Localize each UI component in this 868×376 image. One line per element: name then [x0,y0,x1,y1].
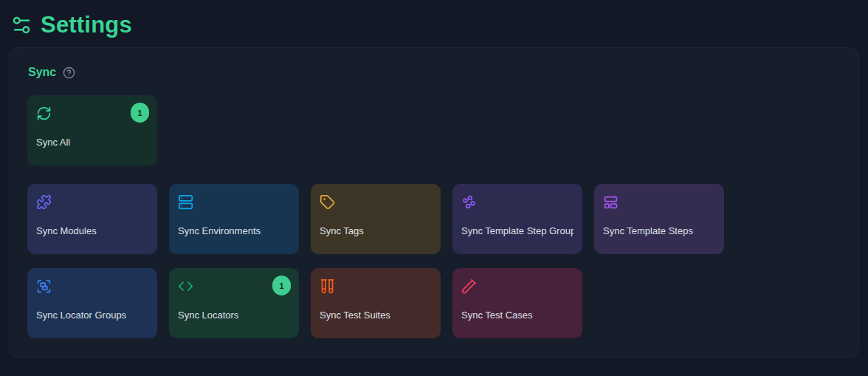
card-label: Sync All [36,137,70,148]
tag-icon [320,194,335,210]
page-title: Settings [41,12,132,38]
card-label: Sync Tags [320,225,364,236]
card-label: Sync Locators [178,310,238,321]
test-tube-icon [461,278,477,294]
circle-help-icon[interactable] [63,66,75,79]
page-header: Settings [0,0,868,41]
sync-template-steps-card[interactable]: Sync Template Steps [594,184,724,254]
settings-sliders-icon [10,14,32,36]
sync-template-step-groups-card[interactable]: Sync Template Step Groups [452,184,582,254]
card-label: Sync Template Step Groups [461,225,574,236]
card-label: Sync Modules [36,225,97,236]
rings-icon [461,194,477,210]
sync-test-suites-card[interactable]: Sync Test Suites [311,268,441,338]
card-label: Sync Test Suites [320,310,390,321]
puzzle-icon [36,194,52,210]
layout-icon [603,194,619,210]
sync-locator-groups-card[interactable]: Sync Locator Groups [27,268,157,338]
card-label: Sync Environments [178,225,261,236]
card-label: Sync Test Cases [461,310,533,321]
sync-test-cases-card[interactable]: Sync Test Cases [452,268,582,338]
server-icon [178,194,193,210]
code-icon [178,278,193,294]
sync-all-grid: 1 Sync All [27,95,841,165]
count-badge: 1 [272,276,291,295]
sync-items-grid: Sync Modules Sync Environments Sync Tags… [27,184,841,338]
sync-all-card[interactable]: 1 Sync All [27,95,157,165]
sync-modules-card[interactable]: Sync Modules [27,184,157,254]
sync-environments-card[interactable]: Sync Environments [169,184,299,254]
sync-locators-card[interactable]: 1 Sync Locators [169,268,299,338]
group-icon [36,278,52,294]
card-label: Sync Template Steps [603,225,693,236]
sync-tags-card[interactable]: Sync Tags [311,184,441,254]
section-header: Sync [28,66,841,79]
section-title: Sync [28,66,56,79]
sync-icon [36,106,52,121]
count-badge: 1 [131,103,149,123]
sync-settings-panel: Sync 1 Sync All Sync Modules Sync Enviro… [9,47,859,358]
card-label: Sync Locator Groups [36,310,126,321]
test-tubes-icon [320,278,335,294]
